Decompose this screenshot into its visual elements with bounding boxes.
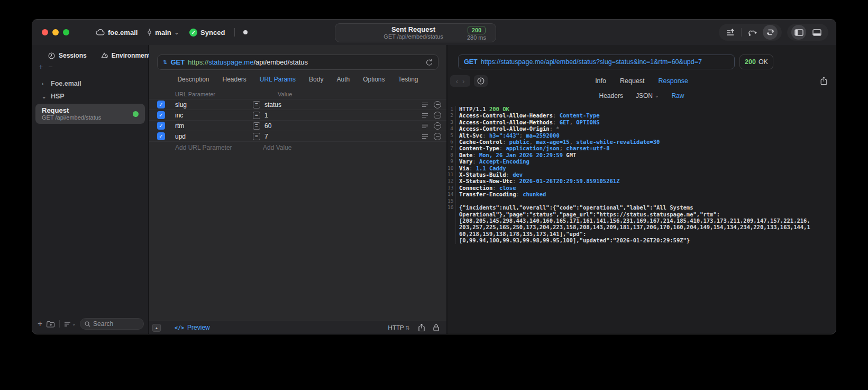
branch-name[interactable]: main xyxy=(155,29,171,37)
swap-arrows-icon[interactable] xyxy=(745,25,760,40)
json-format-chevron-icon: ⌄ xyxy=(655,93,659,98)
request-tab-headers[interactable]: Headers xyxy=(222,76,246,83)
response-tab-request[interactable]: Request xyxy=(620,77,645,85)
param-value[interactable]: status xyxy=(264,101,422,108)
line-text: Cache-Control: public, max-age=15, stale… xyxy=(459,139,660,145)
response-line: [0,99.94,100,99.93,99.98,99.95,100],"upd… xyxy=(447,237,836,243)
lock-icon[interactable] xyxy=(433,324,439,331)
param-row-inc[interactable]: ✓inc=1 xyxy=(149,110,446,120)
chevron-down-icon[interactable]: ⌄ xyxy=(42,94,46,99)
param-value[interactable]: 1 xyxy=(264,112,422,119)
expand-panel-icon[interactable]: ▲ xyxy=(152,324,161,332)
zoom-window-button[interactable] xyxy=(63,29,69,35)
param-value[interactable]: 7 xyxy=(264,133,422,140)
param-name[interactable]: inc xyxy=(175,112,243,119)
bottom-panel-toggle-icon[interactable] xyxy=(809,25,824,40)
line-number: 3 xyxy=(447,119,456,125)
share-icon[interactable] xyxy=(418,324,425,332)
sidebar-search-input[interactable]: Search xyxy=(80,318,144,330)
request-url-bar[interactable]: ⇅ GET https://statuspage.me/api/embed/st… xyxy=(157,55,438,70)
line-number: 7 xyxy=(447,145,456,151)
param-checkbox[interactable]: ✓ xyxy=(157,101,165,108)
reorder-lines-icon[interactable] xyxy=(422,123,428,129)
request-tab-url-params[interactable]: URL Params xyxy=(260,76,296,83)
preview-button[interactable]: </> Preview xyxy=(175,324,210,331)
remove-param-icon[interactable] xyxy=(434,101,441,108)
request-item-title: Request xyxy=(42,106,133,114)
sent-request-subtitle: GET /api/embed/status xyxy=(364,33,463,40)
response-subtab-json[interactable]: JSON⌄ xyxy=(636,92,659,99)
sidebar-request-item[interactable]: Request GET /api/embed/status xyxy=(35,104,145,124)
line-number: 5 xyxy=(447,132,456,139)
add-param-value-placeholder[interactable]: Add Value xyxy=(263,144,292,151)
request-tab-options[interactable]: Options xyxy=(363,76,385,83)
param-checkbox[interactable]: ✓ xyxy=(157,132,165,140)
project-name[interactable]: foe.email xyxy=(108,29,138,37)
response-subtab-headers[interactable]: Headers xyxy=(599,92,623,99)
sidebar-item-foe-email[interactable]: › Foe.email xyxy=(32,77,148,90)
param-name[interactable]: upd xyxy=(175,133,243,140)
new-request-icon[interactable]: + xyxy=(38,319,42,329)
request-duration: 280 ms xyxy=(463,34,490,41)
request-tab-auth[interactable]: Auth xyxy=(336,76,350,83)
resend-request-icon[interactable] xyxy=(763,25,778,40)
tree-label: Foe.email xyxy=(51,80,81,87)
equals-icon[interactable]: = xyxy=(253,122,260,130)
response-share-icon[interactable] xyxy=(820,77,827,85)
param-name[interactable]: slug xyxy=(175,101,243,108)
new-folder-icon[interactable] xyxy=(47,321,55,328)
param-name[interactable]: rtm xyxy=(175,122,243,130)
preview-label: Preview xyxy=(187,324,210,331)
reorder-lines-icon[interactable] xyxy=(422,134,428,139)
sidebar-item-hsp[interactable]: ⌄ HSP xyxy=(32,90,148,103)
remove-param-icon[interactable] xyxy=(434,112,441,119)
remove-param-icon[interactable] xyxy=(434,133,441,140)
response-line: 16{"incidents":null,"overall":{"code":"o… xyxy=(447,204,836,211)
param-value[interactable]: 60 xyxy=(264,122,422,130)
minimize-window-button[interactable] xyxy=(52,29,59,35)
equals-icon[interactable]: = xyxy=(253,112,260,119)
add-param-name-placeholder[interactable]: Add URL Parameter xyxy=(175,144,263,151)
reorder-lines-icon[interactable] xyxy=(422,113,428,118)
equals-icon[interactable]: = xyxy=(253,133,260,140)
param-checkbox[interactable]: ✓ xyxy=(157,111,165,119)
sidebar-tab-environments[interactable]: Environments xyxy=(100,52,154,59)
request-tab-testing[interactable]: Testing xyxy=(398,76,418,83)
add-param-row[interactable]: Add URL Parameter Add Value xyxy=(149,141,446,153)
request-tab-body[interactable]: Body xyxy=(309,76,323,83)
request-tab-description[interactable]: Description xyxy=(177,76,209,83)
response-tab-response[interactable]: Response xyxy=(659,77,688,85)
sidebar-add-icon[interactable]: + xyxy=(39,62,43,71)
sidebar-tab-sessions[interactable]: Sessions xyxy=(48,52,87,59)
response-tab-info[interactable]: Info xyxy=(595,77,606,85)
close-window-button[interactable] xyxy=(42,29,48,35)
refresh-icon[interactable] xyxy=(426,59,433,66)
reorder-lines-icon[interactable] xyxy=(422,102,428,107)
line-text: Vary: Accept-Encoding xyxy=(459,158,529,165)
response-subtab-raw[interactable]: Raw xyxy=(671,92,684,99)
sort-list-icon[interactable]: ⌄ xyxy=(64,321,76,327)
param-checkbox[interactable]: ✓ xyxy=(157,122,165,130)
sidebar-tab-label: Environments xyxy=(112,52,154,59)
param-row-slug[interactable]: ✓slug=status xyxy=(149,99,446,110)
equals-icon[interactable]: = xyxy=(253,101,260,108)
chevron-right-icon[interactable]: › xyxy=(42,81,46,87)
export-lines-icon[interactable] xyxy=(723,25,738,40)
protocol-selector[interactable]: HTTP ⇅ xyxy=(388,324,410,331)
sidebar-remove-icon[interactable]: − xyxy=(48,62,52,71)
line-text: Date: Mon, 26 Jan 2026 20:29:59 GMT xyxy=(459,152,576,158)
branch-chevron-down-icon[interactable]: ⌄ xyxy=(175,30,179,35)
toolbar-actions-group xyxy=(719,24,782,41)
param-row-rtm[interactable]: ✓rtm=60 xyxy=(149,120,446,131)
request-status-pill[interactable]: Sent Request GET /api/embed/status 200 2… xyxy=(335,23,496,42)
request-method[interactable]: GET xyxy=(170,58,185,66)
response-body[interactable]: 1HTTP/1.1 200 OK2Access-Control-Allow-He… xyxy=(447,102,836,334)
synced-check-icon: ✓ xyxy=(189,29,197,37)
response-url-box[interactable]: GET https://statuspage.me/api/embed/stat… xyxy=(458,55,735,69)
session-dot-icon[interactable] xyxy=(243,30,248,34)
line-number: 6 xyxy=(447,139,456,145)
remove-param-icon[interactable] xyxy=(434,122,441,130)
left-sidebar-toggle-icon[interactable] xyxy=(791,25,806,40)
method-stepper-icon[interactable]: ⇅ xyxy=(163,59,167,65)
param-row-upd[interactable]: ✓upd=7 xyxy=(149,131,446,141)
